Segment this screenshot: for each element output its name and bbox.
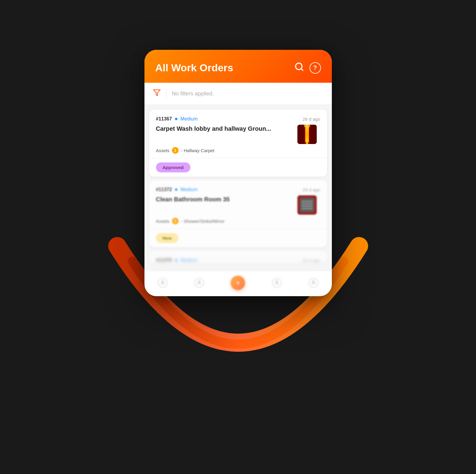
card-1-assets: Assets 1 - Hallway Carpet xyxy=(156,147,320,154)
nav-icon-3 xyxy=(272,278,282,288)
add-icon[interactable]: + xyxy=(231,276,245,290)
app-header: All Work Orders ? xyxy=(144,50,332,83)
svg-rect-4 xyxy=(304,125,310,144)
nav-item-2[interactable] xyxy=(194,278,204,288)
card-2-status-badge[interactable]: New xyxy=(156,233,179,243)
filter-icon[interactable] xyxy=(153,89,161,98)
work-order-card-2[interactable]: #11372 Medium 29 d ago Clean Bathroom Ro… xyxy=(149,180,327,247)
card-2-header: #11372 Medium 29 d ago xyxy=(156,187,320,192)
card-2-thumbnail xyxy=(297,195,317,215)
filter-divider xyxy=(166,89,167,98)
svg-rect-9 xyxy=(300,198,314,212)
card-3-header: #11370 Medium 29 d ago xyxy=(156,258,320,263)
work-order-card-1[interactable]: #11367 Medium 26 d ago Carpet Wash lobby… xyxy=(149,110,327,177)
card-2-assets-label: Assets xyxy=(156,219,170,224)
card-3-id: #11370 xyxy=(156,258,172,263)
card-2-title-row: Clean Bathroom Room 35 xyxy=(156,195,320,215)
card-2-priority: Medium xyxy=(180,187,198,192)
filter-bar[interactable]: No filters applied. xyxy=(144,83,332,105)
card-1-time: 26 d ago xyxy=(303,117,320,122)
card-2-id: #11372 xyxy=(156,187,172,192)
scene: All Work Orders ? xyxy=(102,41,374,433)
card-2-assets-detail: - Shower/Sinks/Mirror xyxy=(181,219,225,224)
card-2-footer: New xyxy=(156,229,320,247)
phone-frame: All Work Orders ? xyxy=(144,50,332,296)
nav-icon-2 xyxy=(194,278,204,288)
nav-icon-1 xyxy=(158,278,167,288)
svg-point-14 xyxy=(162,281,164,283)
nav-item-4[interactable] xyxy=(309,278,318,288)
card-2-priority-dot xyxy=(175,188,177,191)
work-orders-list: #11367 Medium 26 d ago Carpet Wash lobby… xyxy=(144,105,332,271)
card-1-footer: Approved xyxy=(156,158,320,177)
svg-rect-12 xyxy=(302,206,312,207)
filter-placeholder: No filters applied. xyxy=(172,91,214,97)
svg-point-16 xyxy=(276,281,278,283)
nav-item-1[interactable] xyxy=(158,278,167,288)
phone-screen: All Work Orders ? xyxy=(144,50,332,296)
card-1-id: #11367 xyxy=(156,116,172,122)
card-2-assets: Assets 1 - Shower/Sinks/Mirror xyxy=(156,218,320,224)
card-1-header: #11367 Medium 26 d ago xyxy=(156,116,320,122)
svg-rect-5 xyxy=(306,125,308,144)
svg-rect-10 xyxy=(302,201,312,202)
nav-icon-4 xyxy=(309,278,318,288)
card-1-priority: Medium xyxy=(180,116,198,122)
card-3-id-priority: #11370 Medium xyxy=(156,258,198,263)
card-1-assets-count: 1 xyxy=(172,147,179,154)
bottom-navigation: + xyxy=(144,271,332,296)
card-1-thumbnail xyxy=(297,125,317,144)
nav-item-3[interactable] xyxy=(272,278,282,288)
card-2-time: 29 d ago xyxy=(303,187,320,192)
nav-item-add[interactable]: + xyxy=(231,276,245,290)
work-order-card-3: #11370 Medium 29 d ago xyxy=(149,251,327,263)
card-2-title: Clean Bathroom Room 35 xyxy=(156,195,294,203)
card-2-assets-count: 1 xyxy=(172,218,179,224)
svg-rect-11 xyxy=(302,203,312,204)
card-3-priority-dot xyxy=(175,259,177,261)
card-1-assets-detail: - Hallway Carpet xyxy=(181,148,215,153)
svg-rect-13 xyxy=(302,208,312,209)
svg-rect-7 xyxy=(297,125,304,144)
help-icon[interactable]: ? xyxy=(309,62,321,74)
card-1-status-badge[interactable]: Approved xyxy=(156,162,190,172)
svg-point-17 xyxy=(312,281,314,283)
header-actions: ? xyxy=(294,62,321,74)
svg-rect-6 xyxy=(304,125,310,127)
search-icon[interactable] xyxy=(294,62,304,74)
card-3-priority: Medium xyxy=(180,258,198,263)
card-1-assets-label: Assets xyxy=(156,148,170,153)
svg-rect-8 xyxy=(310,125,317,144)
svg-line-1 xyxy=(301,69,303,70)
svg-marker-2 xyxy=(154,90,160,96)
card-3-time: 29 d ago xyxy=(303,258,320,263)
card-1-title: Carpet Wash lobby and hallway Groun... xyxy=(156,125,294,133)
card-1-priority-dot xyxy=(175,118,177,120)
page-title: All Work Orders xyxy=(155,62,233,74)
card-2-id-priority: #11372 Medium xyxy=(156,187,198,192)
svg-point-15 xyxy=(198,281,200,283)
card-1-title-row: Carpet Wash lobby and hallway Groun... xyxy=(156,125,320,144)
card-1-id-priority: #11367 Medium xyxy=(156,116,198,122)
